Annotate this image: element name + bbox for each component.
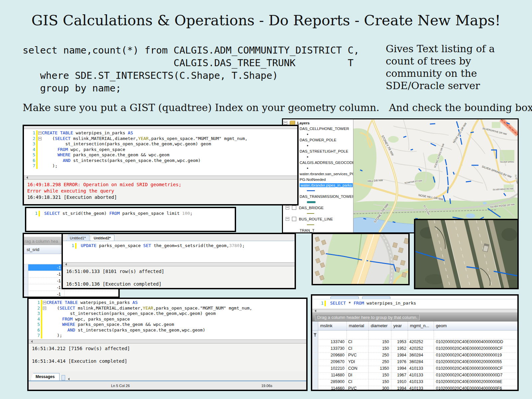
fold-column [326, 301, 330, 306]
code-line[interactable]: 5 WHERE parks_open_space.the_geom && wpc… [29, 322, 306, 328]
code-line[interactable]: 1UPDATE parks_open_space SET the_geom=st… [63, 243, 295, 249]
layer-label[interactable]: water.rbrander.pipes_in_parks [300, 183, 353, 187]
scroll-left-icon[interactable] [66, 378, 69, 380]
tab-untitled2[interactable]: Untitled2* [90, 235, 114, 241]
filter-icon[interactable] [314, 333, 317, 337]
collapse-icon[interactable] [38, 137, 42, 140]
filter-cell[interactable] [408, 331, 434, 339]
layer-label[interactable]: CALGIS.ADDRESS_GEOCODE_V [300, 161, 353, 165]
collapse-icon[interactable] [286, 217, 289, 221]
row-selector[interactable] [312, 379, 318, 386]
row-selector[interactable] [312, 353, 318, 359]
filter-cell[interactable] [391, 331, 408, 339]
code-line[interactable]: 7 ); [24, 163, 297, 169]
row-selector[interactable] [24, 278, 28, 284]
column-header[interactable]: diameter [369, 322, 391, 330]
scroll-left-icon[interactable] [64, 263, 67, 266]
collapse-icon[interactable] [43, 301, 46, 304]
code-line[interactable]: 1SELECT st_srid(the_geom) FROM parks_ope… [26, 211, 235, 216]
tab-messages[interactable]: Messages [31, 373, 60, 380]
layer-label[interactable]: water.rbrander.san_services_PG [300, 172, 353, 176]
code-line[interactable]: 3 st_intersection(parks_open_space.the_g… [24, 141, 297, 147]
code-area[interactable]: 1SELECT * FROM waterpipes_in_parks [312, 299, 517, 309]
filter-row[interactable] [312, 331, 517, 339]
column-header[interactable]: geom [434, 322, 517, 330]
code-line[interactable]: 1CREATE TABLE waterpipes_in_parks AS [24, 130, 297, 136]
layer-item[interactable]: TRAN_T [283, 227, 353, 232]
column-header[interactable]: mgmt_n... [408, 322, 434, 330]
scroll-left-icon[interactable] [30, 340, 33, 343]
filter-cell[interactable] [347, 331, 369, 339]
code-line[interactable]: 6 AND st_intersects(parks_open_space.the… [29, 328, 306, 333]
horizontal-scrollbar[interactable] [312, 309, 517, 313]
column-header[interactable]: mslink [318, 322, 347, 330]
layer-item[interactable]: BUS_ROUTE_LINE [283, 216, 353, 222]
code-line[interactable]: 4 FROM wpc, parks_open_space [29, 317, 306, 322]
table-row[interactable]: 114680DI15019674101330102000020C40E00000… [312, 373, 517, 379]
layer-checkbox[interactable] [292, 217, 296, 221]
code-area[interactable]: 1CREATE TABLE waterpipes_in_parks AS2 (S… [29, 299, 306, 339]
code-line[interactable]: 1SELECT * FROM waterpipes_in_parks [312, 301, 517, 306]
table-row[interactable]: 285900CI15019104101330102000020C40E00000… [312, 379, 517, 386]
code-text: FROM wpc, parks_open_space [47, 317, 130, 322]
table-row[interactable]: 209680PVC25019843602840102000020C40E0000… [312, 353, 517, 359]
row-selector[interactable] [312, 373, 318, 379]
filter-cell[interactable] [369, 331, 391, 339]
scroll-left-icon[interactable] [313, 310, 316, 312]
table-row[interactable]: -1 [24, 291, 118, 298]
horizontal-scrollbar[interactable] [29, 339, 306, 343]
layer-item[interactable]: DAS_BRIDGE [283, 205, 353, 210]
layer-label[interactable]: DAS_POWER_POLE [300, 138, 336, 142]
layer-label[interactable]: DAS_TRANSMISSION_TOWER [300, 195, 353, 199]
layer-label[interactable]: BUS_ROUTE_LINE [299, 217, 333, 221]
row-selector[interactable] [312, 339, 318, 346]
row-selector[interactable] [312, 346, 318, 352]
filter-cell[interactable] [434, 331, 517, 339]
table-row[interactable]: 133730CI15019524202520102000020C40E00000… [312, 346, 517, 353]
table-row[interactable]: 102210CON135019944101330102000020C40E000… [312, 366, 517, 373]
code-area[interactable]: 1CREATE TABLE waterpipes_in_parks AS2 (S… [24, 129, 297, 176]
code-line[interactable]: 6 AND st_intersects(parks_open_space.the… [24, 158, 297, 164]
tab-untitled1[interactable]: Untitled1* [66, 235, 89, 241]
collapse-icon[interactable] [284, 121, 287, 125]
cell-value: 0102000020C40E00000200000055 [434, 359, 517, 366]
tab-stub[interactable] [362, 296, 390, 299]
row-selector[interactable] [24, 291, 28, 297]
column-header[interactable]: year [391, 322, 408, 330]
code-line[interactable]: 2 (SELECT mslink,MATERIAL,diameter,YEAR,… [29, 306, 306, 311]
column-header[interactable]: st_srid [24, 245, 61, 254]
table-row[interactable]: 133740CI15019534202520102000020C40E00000… [312, 339, 517, 346]
collapse-icon[interactable] [38, 131, 42, 135]
scroll-left-icon[interactable] [25, 176, 28, 179]
code-area[interactable]: 1UPDATE parks_open_space SET the_geom=st… [63, 241, 295, 262]
code-line[interactable]: 4 FROM wpc, parks_open_space [24, 147, 297, 153]
row-selector[interactable] [312, 366, 318, 372]
map-view[interactable]: STONEY TR NWNOSE HILL DR NWSILVERGROVE D… [353, 119, 518, 232]
horizontal-scrollbar[interactable] [63, 262, 295, 266]
layer-label[interactable]: PG-NotNeeded [300, 178, 326, 182]
layer-checkbox[interactable] [292, 205, 296, 210]
code-area[interactable]: 1SELECT st_srid(the_geom) FROM parks_ope… [26, 208, 235, 231]
layer-label[interactable]: DAS_CELLPHONE_TOWER [300, 127, 349, 131]
row-selector[interactable] [24, 271, 28, 277]
layer-label[interactable]: TRAN_T [300, 228, 315, 232]
code-line[interactable]: 5 WHERE parks_open_space.the_geom && wpc… [24, 152, 297, 158]
code-line[interactable]: 3 st_intersection(parks_open_space.the_g… [29, 311, 306, 317]
table-row[interactable]: 209670YDI25019763602840102000020C40E0000… [312, 359, 517, 366]
filter-cell[interactable] [318, 331, 347, 339]
code-line[interactable]: 7 ); [29, 333, 306, 338]
code-line[interactable]: 1CREATE TABLE waterpipes_in_parks AS [29, 300, 306, 306]
code-line[interactable]: 2 (SELECT mslink,MATERIAL,diameter,YEAR,… [24, 136, 297, 142]
row-selector[interactable] [24, 284, 28, 291]
collapse-icon[interactable] [43, 307, 46, 310]
layer-label[interactable]: DAS_STREETLIGHT_POLE [300, 149, 348, 153]
tab-stub[interactable] [331, 296, 359, 299]
row-selector[interactable] [312, 359, 318, 366]
row-selector[interactable] [24, 264, 28, 271]
horizontal-scrollbar[interactable] [24, 176, 297, 180]
layer-label[interactable]: DAS_BRIDGE [299, 206, 324, 210]
table-row[interactable]: 114660PVC30019944101330102000020C40E0000… [312, 386, 517, 391]
column-header[interactable]: material [347, 322, 369, 330]
collapse-icon[interactable] [286, 206, 289, 209]
row-selector[interactable] [312, 386, 318, 391]
